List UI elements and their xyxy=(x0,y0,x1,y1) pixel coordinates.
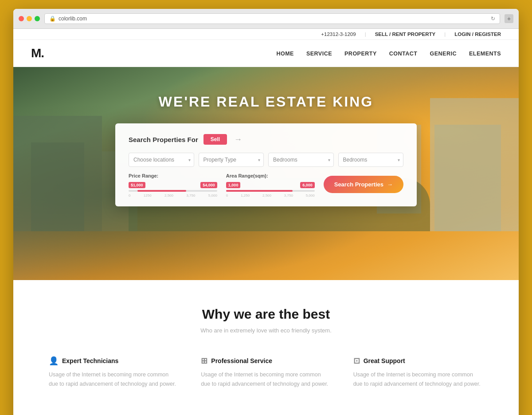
support-icon: ⊡ xyxy=(353,356,360,366)
url-text: colorlib.com xyxy=(59,16,87,22)
hero-title: WE'RE REAL ESTATE KING xyxy=(159,94,373,110)
search-box: Search Properties For Sell → Choose loca… xyxy=(115,123,417,206)
nav-elements[interactable]: ELEMENTS xyxy=(469,51,501,57)
why-title: Why we are the best xyxy=(49,307,483,322)
location-dropdown[interactable]: Choose locations xyxy=(129,153,194,167)
property-type-dropdown-wrapper: Property Type xyxy=(199,153,264,167)
browser-window: 🔒 colorlib.com ↻ + +12312-3-1209 | SELL … xyxy=(13,9,519,415)
top-bar: +12312-3-1209 | SELL / RENT PROPERTY | L… xyxy=(13,29,519,40)
feature-support: ⊡ Great Support Usage of the Internet is… xyxy=(353,356,483,389)
navbar: M. HOME SERVICE PROPERTY CONTACT GENERIC… xyxy=(13,40,519,67)
search-btn-arrow: → xyxy=(387,181,393,188)
ranges-container: Price Range: $1,000 $4,000 0 1250 xyxy=(129,173,315,198)
nav-service[interactable]: SERVICE xyxy=(306,51,332,57)
search-btn-label: Search Properties xyxy=(334,181,383,188)
feature-expert-title: 👤 Expert Technicians xyxy=(49,356,179,366)
brand-logo[interactable]: M. xyxy=(31,46,44,60)
feature-professional: ⊞ Professional Service Usage of the Inte… xyxy=(201,356,331,389)
sell-button[interactable]: Sell xyxy=(203,134,227,145)
area-range-label: Area Range(sqm): xyxy=(226,173,315,178)
features-grid: 👤 Expert Technicians Usage of the Intern… xyxy=(49,356,483,389)
area-range-values: 1,000 6,000 xyxy=(226,182,315,188)
location-dropdown-wrapper: Choose locations xyxy=(129,153,194,167)
expert-icon: 👤 xyxy=(49,356,59,366)
range-groups: Price Range: $1,000 $4,000 0 1250 xyxy=(129,173,315,198)
why-subtitle: Who are in extremely love with eco frien… xyxy=(49,327,483,334)
footer-url: www.heritagechristiancollege.com xyxy=(13,411,519,415)
range-search-row: Price Range: $1,000 $4,000 0 1250 xyxy=(129,173,403,198)
feature-professional-text: Usage of the Internet is becoming more c… xyxy=(201,370,331,389)
browser-chrome: 🔒 colorlib.com ↻ + xyxy=(13,9,519,29)
area-range-ticks: 0 1,250 2,500 3,750 5,000 xyxy=(226,194,315,198)
feature-expert: 👤 Expert Technicians Usage of the Intern… xyxy=(49,356,179,389)
search-arrow-button[interactable]: → xyxy=(234,135,242,144)
search-properties-button[interactable]: Search Properties → xyxy=(324,176,403,193)
why-section: Why we are the best Who are in extremely… xyxy=(13,280,519,411)
login-link[interactable]: LOGIN / REGISTER xyxy=(454,32,501,37)
address-bar[interactable]: 🔒 colorlib.com ↻ xyxy=(44,13,500,24)
bedrooms-dropdown-wrapper: Bedrooms xyxy=(268,153,334,167)
price-range-values: $1,000 $4,000 xyxy=(129,182,217,188)
price-range-track xyxy=(129,190,217,192)
price-range-group: Price Range: $1,000 $4,000 0 1250 xyxy=(129,173,217,198)
price-range-label: Price Range: xyxy=(129,173,217,178)
browser-dots xyxy=(19,16,40,21)
price-max-tag: $4,000 xyxy=(200,182,217,188)
search-dropdowns: Choose locations Property Type Bedrooms … xyxy=(129,153,403,167)
property-type-dropdown[interactable]: Property Type xyxy=(199,153,264,167)
feature-professional-title: ⊞ Professional Service xyxy=(201,356,331,366)
professional-icon: ⊞ xyxy=(201,356,207,366)
nav-home[interactable]: HOME xyxy=(276,51,294,57)
feature-support-title: ⊡ Great Support xyxy=(353,356,483,366)
area-range-track xyxy=(226,190,315,192)
dot-green[interactable] xyxy=(35,16,40,21)
bedrooms-dropdown[interactable]: Bedrooms xyxy=(268,153,334,167)
search-header: Search Properties For Sell → xyxy=(129,134,403,145)
area-range-group: Area Range(sqm): 1,000 6,000 0 1,250 xyxy=(226,173,315,198)
area-range-fill xyxy=(226,190,293,192)
feature-support-text: Usage of the Internet is becoming more c… xyxy=(353,370,483,389)
bedrooms2-dropdown[interactable]: Bedrooms xyxy=(338,153,404,167)
area-min-tag: 1,000 xyxy=(226,182,241,188)
dot-red[interactable] xyxy=(19,16,24,21)
dot-yellow[interactable] xyxy=(27,16,32,21)
sell-rent-link[interactable]: SELL / RENT PROPERTY xyxy=(375,32,436,37)
phone-number: +12312-3-1209 xyxy=(321,32,356,37)
feature-expert-text: Usage of the Internet is becoming more c… xyxy=(49,370,179,389)
lock-icon: 🔒 xyxy=(49,16,56,22)
search-label: Search Properties For xyxy=(129,136,198,143)
price-min-tag: $1,000 xyxy=(129,182,145,188)
nav-property[interactable]: PROPERTY xyxy=(344,51,377,57)
browser-add-tab[interactable]: + xyxy=(505,14,513,23)
reload-icon[interactable]: ↻ xyxy=(491,16,495,22)
price-range-ticks: 0 1250 2,500 3,750 5,000 xyxy=(129,194,217,198)
bedrooms2-dropdown-wrapper: Bedrooms xyxy=(338,153,404,167)
area-max-tag: 6,000 xyxy=(300,182,315,188)
price-range-fill xyxy=(137,190,186,192)
nav-contact[interactable]: CONTACT xyxy=(389,51,418,57)
hero-section: WE'RE REAL ESTATE KING Search Properties… xyxy=(13,67,519,280)
nav-generic[interactable]: GENERIC xyxy=(430,51,456,57)
nav-links: HOME SERVICE PROPERTY CONTACT GENERIC EL… xyxy=(276,49,501,57)
